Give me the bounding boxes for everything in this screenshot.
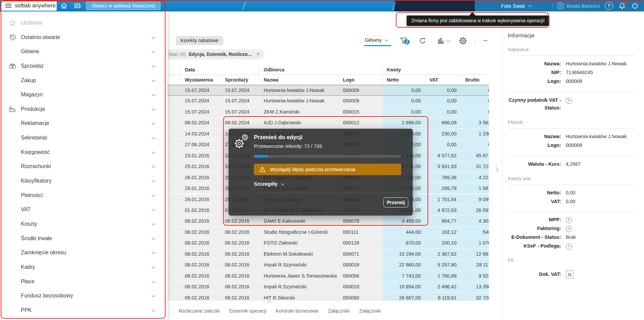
close-icon[interactable]: × [256,51,259,57]
bottom-tab-rozliczane-zaliczki[interactable]: Rozliczane zaliczki [179,308,220,314]
group-header-data[interactable]: Data [181,65,260,75]
cell-sprzedazy: 08.02.2016 [221,238,260,249]
sidebar-item-klasyfikatory[interactable]: Klasyfikatory [0,174,168,188]
table-row[interactable]: 08.02.202408.02.2024AJD J.Dąbrowski00001… [168,118,489,128]
abort-button[interactable]: Przerwij [383,197,408,207]
help-icon[interactable]: ? [605,2,613,10]
column-header-nazwa[interactable]: Nazwa [260,75,339,85]
table-row[interactable]: 15.07.202415.07.2024Hurtownia kwiatów J.… [168,96,489,106]
chart-icon[interactable] [436,36,445,45]
field-platnik-logo: Logo: 000009 [508,141,637,149]
tab-korekty-rabatowe[interactable]: Korekty rabatowe [176,36,223,45]
cell-handle [168,183,181,194]
cell-nazwa: Impali R.Szymański [260,260,339,270]
app-window: softlab anywhere Otwórz w aplikacji klas… [0,0,644,320]
collapse-panel-chevron-up[interactable] [267,300,271,306]
cell-brutto: 1 230,00 [461,129,489,139]
app-logo[interactable]: softlab anywhere [1,1,57,11]
sidebar-item-vat[interactable]: VAT [0,203,168,216]
sidebar-item-produkcja[interactable]: Produkcja [0,102,168,116]
column-header-logo[interactable]: Logo [339,75,383,85]
cell-logo: 000015 [339,107,383,118]
table-row[interactable]: 15.07.202415.07.2024Hurtownia kwiatów J.… [168,85,489,96]
column-header-netto[interactable]: Netto [383,75,426,85]
column-header-vat[interactable]: VAT [426,75,461,85]
bottom-tab-za-aczniki[interactable]: Załączniki [328,308,350,314]
column-header-brutto[interactable]: Brutto [461,75,489,85]
cell-vat: 0,00 [426,96,461,106]
sidebar-item-reklamacje[interactable]: Reklamacje [0,117,168,130]
company-selector[interactable]: Foto Świat [501,0,531,11]
sidebar-item-ppk[interactable]: PPK [0,303,168,317]
refresh-icon[interactable] [418,36,427,45]
topbar-dark-segment [394,0,475,11]
cell-sprzedazy: 08.02.2016 [221,249,260,260]
column-header-wystawienia[interactable]: Wystawienia [181,75,221,85]
bottom-tab-za-aczniki-2[interactable]: Załączniki [359,308,381,314]
sidebar-item-g-owne[interactable]: Główne [0,45,168,58]
bottom-tab-dziennik-operacji[interactable]: Dziennik operacji [229,308,266,314]
sidebar-item-sekretariat[interactable]: Sekretariat [0,131,168,145]
sidebar-item-p-atnosci[interactable]: Płatności [0,189,168,202]
settings-gear-icon[interactable] [459,36,467,45]
table-row[interactable]: 08.02.201608.02.2016FOTO Zalewski0001288… [168,238,489,249]
sidebar-item-ulubione[interactable]: Ulubione [0,16,168,30]
chevron-down-icon[interactable] [446,38,450,42]
sidebar-item-zakup[interactable]: Zakup [0,74,168,87]
group-header-kwoty[interactable]: Kwoty [383,65,489,75]
open-classic-app-button[interactable]: Otwórz w aplikacji klasycznej [86,2,160,10]
sidebar-item-zamkniecie-okresu[interactable]: Zamknięcie okresu [0,246,168,259]
bottom-tab-kontrole-biznesowe[interactable]: Kontrole biznesowe [276,308,319,314]
cell-handle [168,172,181,183]
history-icon [8,33,17,42]
next-arrow-icon[interactable]: → [481,35,489,43]
cell-sprzedazy: 08.02.2016 [221,282,260,292]
sidebar-item-ostatnio-otwarte[interactable]: Ostatnio otwarte [0,31,168,44]
sidebar-item-fundusz-bezosobowy[interactable]: Fundusz bezosobowy [0,289,168,302]
blocked-company-tooltip: Zmiana firmy jest zablokowana w trakcie … [407,15,549,26]
sidebar-item-p-ace[interactable]: Płace [0,275,168,288]
cell-netto: 7 743,00 [383,271,426,282]
table-row[interactable]: 08.02.201608.02.2016Elektron M.Sokołowsk… [168,249,489,260]
logout-power-icon[interactable] [631,2,640,10]
cell-netto: 3 499,00 [383,216,426,227]
table-row[interactable]: 15.07.202415.07.2024ZKM Z.Kamiński000015… [168,107,489,118]
sidebar-item-ksiegowosc[interactable]: Księgowość [0,146,168,159]
cell-nazwa: AJD J.Dąbrowski [260,118,339,128]
sidebar-item-magazyn[interactable]: Magazyn [0,88,168,101]
dialog-title: Przenieś do edycji [254,134,302,140]
cell-brutto: 45 871,62 [461,151,489,161]
warning-text: Wystąpiły błędy podczas przetwarzania [270,167,355,172]
cell-vat: 1 701,54 [426,194,461,205]
sidebar-item-sprzedaz[interactable]: Sprzedaż [0,59,168,73]
table-row[interactable]: 08.02.201608.02.2016DAWI E.Kalinowski000… [168,216,489,227]
sidebar-item-srodki-trwa-e[interactable]: Środki trwałe [0,232,168,245]
dok-vat-value: N [566,270,574,279]
table-row[interactable]: 08.02.201608.02.2016Impali R.Szymański00… [168,260,489,270]
news-icon[interactable] [73,2,82,10]
column-header-sprzedazy[interactable]: Sprzedaży [221,75,260,85]
sidebar-item-kadry[interactable]: Kadry [0,260,168,274]
table-row[interactable]: 08.02.201608.02.2016Hurtownia Jawor S.To… [168,271,489,282]
sidebar-item-koszty[interactable]: Koszty [0,217,168,231]
user-menu[interactable]: Beata Bancerz [556,0,600,11]
dialog-divider [254,193,401,193]
view-selector-underline [364,45,391,46]
group-header-odbiorca[interactable]: Odbiorca [260,65,383,75]
navigation-sidebar: UlubioneOstatnio otwarteGłówneSprzedażZa… [0,11,168,320]
details-expander[interactable]: Szczegóły [254,181,284,187]
filter-chip-stan[interactable]: Stan (3): Edycja, Dziennik, Rozliczo... … [164,49,264,59]
hamburger-menu-icon[interactable] [5,3,11,9]
cell-handle [168,227,181,238]
table-row[interactable]: 08.02.201608.02.2016HIT R.Sikorski000080… [168,293,489,301]
cell-brutto: 0,00 [461,85,489,96]
view-selector[interactable]: Główny [365,37,387,43]
table-row[interactable]: 08.02.201608.02.2016Impali R.Szymański00… [168,282,489,292]
sidebar-item-rozrachunki[interactable]: Rozrachunki [0,160,168,173]
notifications-bell-icon[interactable] [618,2,627,10]
home-icon[interactable] [59,2,68,10]
cell-logo: 000012 [339,118,383,128]
table-row[interactable]: 08.02.201608.02.2016Studio fotograficzne… [168,227,489,238]
field-platnik-nazwa: Nazwa: Hurtownia kwiatów J.Nowak [508,133,637,140]
collapse-panel-chevron-right[interactable] [494,167,498,172]
